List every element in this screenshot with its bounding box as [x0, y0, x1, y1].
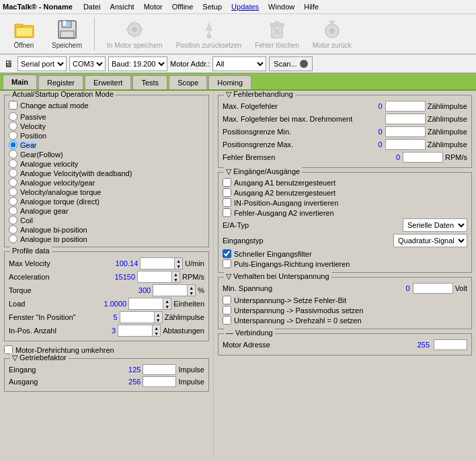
eingaenge-checkbox-label: Ausgang A2 benutzergesteuert — [234, 189, 335, 197]
profile-row-unit: % — [198, 286, 204, 294]
mode-radio[interactable] — [9, 225, 17, 234]
eingaenge-checkbox[interactable] — [223, 208, 231, 217]
open-button[interactable]: Öffnen — [5, 17, 42, 50]
unter-checkbox[interactable] — [223, 316, 231, 325]
spin-up[interactable]: ▲ — [171, 271, 180, 277]
tab-tests[interactable]: Tests — [132, 75, 167, 89]
schneller-checkbox[interactable] — [223, 249, 231, 258]
mode-radio[interactable] — [9, 235, 17, 243]
profile-input[interactable] — [118, 325, 152, 336]
mode-radio[interactable] — [9, 159, 17, 168]
menu-hilfe[interactable]: Hilfe — [300, 1, 323, 12]
menu-motor[interactable]: Motor — [140, 1, 167, 12]
motor-back-button[interactable]: Motor zurück — [309, 17, 356, 50]
mode-radio[interactable] — [9, 169, 17, 177]
spin-down[interactable]: ▼ — [163, 304, 171, 309]
profile-spinbox: ▲ ▼ — [128, 298, 171, 310]
in-motor-button[interactable]: In Motor speichern — [103, 17, 167, 50]
tab-main[interactable]: Main — [3, 75, 37, 89]
profile-input[interactable] — [120, 312, 154, 323]
getriebe-unit: Impulse — [178, 366, 204, 374]
profile-input[interactable] — [138, 271, 171, 282]
spin-up[interactable]: ▲ — [154, 312, 162, 317]
spin-down[interactable]: ▼ — [171, 277, 180, 282]
menu-setup[interactable]: Setup — [198, 1, 226, 12]
tab-homing[interactable]: Homing — [208, 75, 251, 89]
tab-scope[interactable]: Scope — [169, 75, 207, 89]
profile-input[interactable] — [141, 258, 174, 269]
port-select[interactable]: Serial port — [17, 56, 67, 71]
spin-down[interactable]: ▼ — [154, 317, 162, 323]
fehler-input[interactable] — [385, 101, 426, 112]
mode-radio[interactable] — [9, 197, 17, 206]
error-clear-button[interactable]: Fehler löschen — [251, 17, 303, 50]
change-actual-mode-checkbox[interactable] — [9, 101, 17, 110]
eingaenge-content: Ausgang A1 benutzergesteuert Ausgang A2 … — [223, 175, 467, 268]
profile-spinbox: ▲ ▼ — [118, 325, 161, 337]
mode-radio[interactable] — [9, 187, 17, 196]
left-panel: Actual/Startup Operation Mode Change act… — [0, 91, 214, 458]
spin-up[interactable]: ▲ — [152, 325, 160, 331]
baud-select[interactable]: Baud: 19.200 — [108, 56, 167, 71]
eingangstyp-select[interactable]: Quadratur-Signal — [393, 234, 467, 247]
mode-radio[interactable] — [9, 150, 17, 159]
menu-updates[interactable]: Updates — [227, 1, 263, 12]
menu-datei[interactable]: Datei — [79, 1, 105, 12]
profile-input[interactable] — [153, 285, 187, 296]
fehler-row: Positionsgrenze Min. 0 Zählimpulse — [223, 126, 467, 137]
mode-radio[interactable] — [9, 178, 17, 187]
puls-row: Puls-Eingangs-Richtung invertieren — [223, 259, 467, 268]
in-motor-icon — [124, 19, 145, 40]
unter-checkbox[interactable] — [223, 296, 231, 304]
save-button[interactable]: Speichern — [48, 17, 86, 50]
com-select[interactable]: COM3 — [69, 56, 106, 71]
spin-up[interactable]: ▲ — [174, 258, 182, 263]
fehler-input[interactable] — [385, 126, 426, 137]
eingaenge-checkbox[interactable] — [223, 188, 231, 197]
eingaenge-checkbox[interactable] — [223, 198, 231, 207]
addr-select[interactable]: All — [212, 56, 266, 71]
puls-checkbox[interactable] — [223, 259, 231, 268]
ea-typ-select[interactable]: Serielle Daten — [403, 218, 467, 232]
tab-erweitert[interactable]: Erweitert — [85, 75, 131, 89]
position-reset-label: Position zurücksetzen — [176, 42, 241, 49]
mode-radio[interactable] — [9, 140, 17, 149]
spin-down[interactable]: ▼ — [187, 290, 195, 296]
fehler-input[interactable] — [385, 114, 426, 124]
unter-checkbox[interactable] — [223, 306, 231, 315]
mode-radio[interactable] — [9, 131, 17, 140]
mode-radio[interactable] — [9, 122, 17, 130]
eingaenge-checkbox-label: Fehler-Ausgang A2 invertieren — [234, 209, 334, 217]
spin-down[interactable]: ▼ — [152, 331, 160, 336]
mode-radio[interactable] — [9, 216, 17, 224]
schneller-row: Schneller Eingangsfilter — [223, 249, 467, 258]
eingaenge-checkbox[interactable] — [223, 178, 231, 187]
fehler-input[interactable] — [385, 139, 426, 150]
menu-ansicht[interactable]: Ansicht — [106, 1, 138, 12]
menu-offline[interactable]: Offline — [168, 1, 198, 12]
svg-rect-11 — [133, 34, 136, 38]
spin-down[interactable]: ▼ — [174, 263, 182, 269]
menu-window[interactable]: Window — [264, 1, 299, 12]
spin-up[interactable]: ▲ — [163, 298, 171, 304]
profile-row: Max Velocity 100.14 ▲ ▼ U/min — [9, 257, 204, 269]
scan-button[interactable]: Scan... — [269, 56, 312, 71]
motor-addr-input[interactable] — [434, 339, 467, 350]
mode-label: Analogue Velocity(with deadband) — [20, 169, 132, 177]
profile-row: Load 1.0000 ▲ ▼ Einheiten — [9, 298, 204, 310]
fehler-row-value: 0 — [362, 140, 383, 149]
tab-register[interactable]: Register — [38, 75, 83, 89]
profile-input[interactable] — [129, 298, 163, 309]
mode-label: Velocity — [20, 122, 46, 130]
profile-row: Acceleration 15150 ▲ ▼ RPM/s — [9, 271, 204, 283]
mode-radio[interactable] — [9, 206, 17, 215]
getriebe-input[interactable] — [143, 364, 176, 375]
eingaenge-checkbox-row: Ausgang A2 benutzergesteuert — [223, 188, 467, 197]
min-spannung-input[interactable] — [413, 283, 453, 294]
position-reset-button[interactable]: Position zurücksetzen — [172, 17, 245, 50]
fehler-input[interactable] — [403, 152, 443, 163]
getriebe-input[interactable] — [143, 376, 176, 387]
profile-row: In-Pos. Anzahl 3 ▲ ▼ Abtastungen — [9, 325, 204, 337]
spin-up[interactable]: ▲ — [187, 285, 195, 290]
mode-radio[interactable] — [9, 112, 17, 121]
